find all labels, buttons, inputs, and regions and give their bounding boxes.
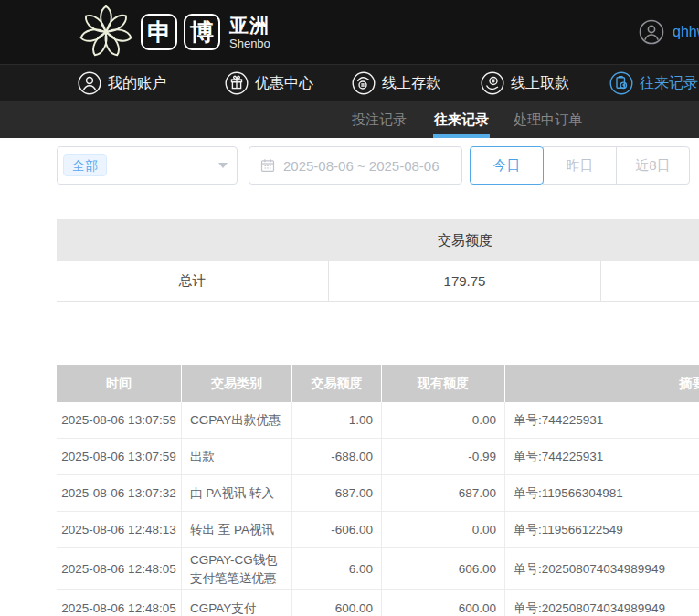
- tab-pending-orders[interactable]: 处理中订单: [514, 101, 582, 138]
- cell-summary: 单号:744225931: [505, 402, 699, 438]
- cell-summary: 单号:202508074034989949: [505, 590, 699, 616]
- quick-date-buttons: 今日 昨日 近8日: [470, 146, 690, 185]
- table-header-row: 时间 交易类别 交易额度 现有额度 摘要: [57, 365, 699, 402]
- cell-type: 出款: [182, 439, 292, 474]
- nav-label: 线上取款: [511, 74, 569, 93]
- cell-balance: 0.00: [382, 512, 505, 547]
- cell-amount: -688.00: [292, 439, 382, 474]
- top-header: 申 博 亚洲 Shenbo qhhw: [0, 0, 699, 64]
- calendar-icon: [260, 158, 275, 173]
- yesterday-button[interactable]: 昨日: [543, 146, 617, 185]
- summary-total-value: 179.75: [329, 261, 601, 301]
- summary-empty-cell: [601, 261, 699, 301]
- table-row: 2025-08-06 12:48:13 转出 至 PA视讯 -606.00 0.…: [57, 512, 699, 548]
- nav-item-transaction-records[interactable]: 往来记录: [609, 71, 698, 95]
- cell-time: 2025-08-06 13:07:32: [57, 475, 182, 511]
- nav-label: 往来记录: [640, 74, 698, 93]
- cell-summary: 单号:119566304981: [505, 475, 699, 511]
- records-icon: [609, 71, 633, 95]
- cell-balance: -0.99: [382, 439, 505, 474]
- col-header-summary: 摘要: [505, 365, 699, 402]
- cell-type: CGPAY出款优惠: [182, 402, 292, 438]
- content-area: 全部 2025-08-06 ~ 2025-08-06 今日 昨日 近8日: [0, 146, 699, 616]
- cell-time: 2025-08-06 12:48:13: [57, 512, 182, 547]
- cell-amount: 1.00: [292, 402, 382, 438]
- username-label: qhhw: [673, 24, 699, 40]
- brand-text: 亚洲 Shenbo: [229, 16, 270, 49]
- logo-char-bo: 博: [184, 14, 220, 50]
- summary-header-spacer: [57, 219, 329, 261]
- cell-type: CGPAY支付: [182, 590, 292, 616]
- today-button[interactable]: 今日: [470, 146, 544, 185]
- selected-category-tag[interactable]: 全部: [63, 154, 107, 176]
- cell-balance: 0.00: [382, 402, 505, 438]
- nav-item-withdraw[interactable]: 线上取款: [481, 71, 569, 95]
- chevron-down-icon: [218, 163, 228, 168]
- record-subtabs: 投注记录 往来记录 处理中订单: [0, 101, 699, 138]
- table-row: 2025-08-06 13:07:32 由 PA视讯 转入 687.00 687…: [57, 475, 699, 512]
- table-row: 2025-08-06 12:48:05 CGPAY-CG钱包支付笔笔送优惠 6.…: [57, 548, 699, 590]
- tab-transaction-records[interactable]: 往来记录: [434, 101, 489, 138]
- date-range-value: 2025-08-06 ~ 2025-08-06: [283, 158, 440, 174]
- category-select[interactable]: 全部: [57, 146, 238, 185]
- cell-time: 2025-08-06 12:48:05: [57, 548, 182, 589]
- summary-header-amount: 交易额度: [329, 219, 601, 261]
- gift-icon: [225, 71, 249, 95]
- cell-summary: 单号:744225931: [505, 439, 699, 474]
- brand-logo[interactable]: 申 博 亚洲 Shenbo: [78, 3, 270, 61]
- summary-header-row: 交易额度: [57, 219, 699, 261]
- table-row: 2025-08-06 13:07:59 CGPAY出款优惠 1.00 0.00 …: [57, 402, 699, 439]
- deposit-icon: [352, 71, 376, 95]
- summary-total-label: 总计: [57, 261, 329, 301]
- brand-region-label: 亚洲: [229, 16, 270, 35]
- logo-char-shen: 申: [141, 14, 177, 50]
- user-account[interactable]: qhhw: [639, 19, 699, 45]
- col-header-type: 交易类别: [182, 365, 292, 402]
- col-header-amount: 交易额度: [292, 365, 382, 402]
- main-nav: 我的账户 优惠中心: [0, 64, 699, 101]
- cell-time: 2025-08-06 12:48:05: [57, 590, 182, 616]
- cell-balance: 687.00: [382, 475, 505, 511]
- cell-balance: 600.00: [382, 590, 505, 616]
- cell-amount: -606.00: [292, 512, 382, 547]
- nav-item-my-account[interactable]: 我的账户: [78, 71, 166, 95]
- cell-summary: 单号:119566122549: [505, 512, 699, 547]
- col-header-time: 时间: [57, 365, 182, 402]
- summary-header-spacer: [601, 219, 699, 261]
- user-icon: [78, 71, 101, 95]
- cell-type: 转出 至 PA视讯: [182, 512, 292, 547]
- cell-amount: 600.00: [292, 590, 382, 616]
- avatar-icon: [639, 19, 664, 45]
- table-row: 2025-08-06 13:07:59 出款 -688.00 -0.99 单号:…: [57, 439, 699, 475]
- summary-table: 交易额度 总计 179.75: [57, 219, 699, 302]
- summary-total-row: 总计 179.75: [57, 261, 699, 302]
- cell-summary: 单号:202508074034989949: [505, 548, 699, 589]
- tab-betting-records[interactable]: 投注记录: [352, 101, 407, 138]
- cell-type: CGPAY-CG钱包支付笔笔送优惠: [182, 548, 292, 589]
- table-row: 2025-08-06 12:48:05 CGPAY支付 600.00 600.0…: [57, 590, 699, 616]
- cell-balance: 606.00: [382, 548, 505, 589]
- withdraw-icon: [481, 71, 504, 95]
- cell-amount: 6.00: [292, 548, 382, 589]
- cell-type: 由 PA视讯 转入: [182, 475, 292, 511]
- date-range-picker[interactable]: 2025-08-06 ~ 2025-08-06: [249, 146, 462, 185]
- nav-item-promotions[interactable]: 优惠中心: [225, 71, 313, 95]
- page: 申 博 亚洲 Shenbo qhhw: [0, 0, 699, 616]
- brand-subtitle: Shenbo: [229, 37, 270, 49]
- flower-logo-icon: [78, 3, 134, 61]
- cell-time: 2025-08-06 13:07:59: [57, 439, 182, 474]
- nav-label: 优惠中心: [255, 74, 313, 93]
- cell-time: 2025-08-06 13:07:59: [57, 402, 182, 438]
- nav-label: 我的账户: [108, 74, 166, 93]
- nav-label: 线上存款: [382, 74, 440, 93]
- transactions-table: 时间 交易类别 交易额度 现有额度 摘要 2025-08-06 13:07:59…: [57, 365, 699, 616]
- nav-item-deposit[interactable]: 线上存款: [352, 71, 440, 95]
- cell-amount: 687.00: [292, 475, 382, 511]
- filter-bar: 全部 2025-08-06 ~ 2025-08-06 今日 昨日 近8日: [57, 146, 699, 185]
- col-header-balance: 现有额度: [382, 365, 505, 402]
- last-8-days-button[interactable]: 近8日: [616, 146, 690, 185]
